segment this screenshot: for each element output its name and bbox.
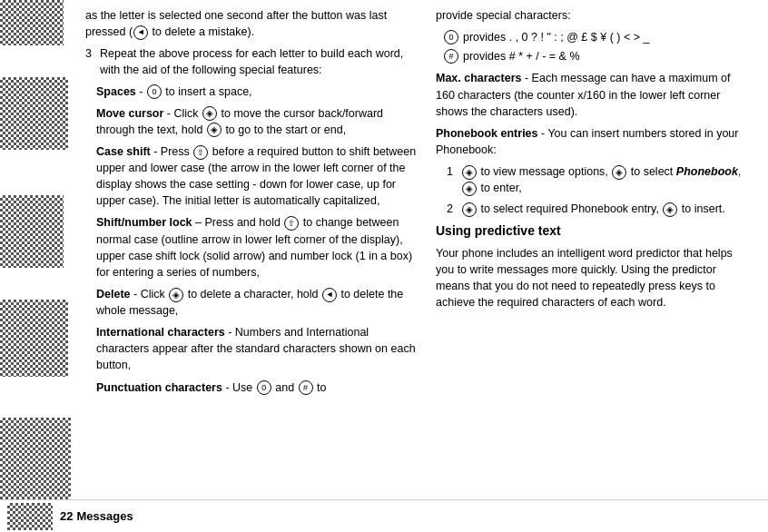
nav-icon-2 — [207, 123, 222, 137]
footer-page-number: 22 — [60, 509, 73, 523]
shift-number-term: Shift/number lock — [96, 216, 192, 229]
delete-hold-icon: ◄ — [322, 288, 337, 302]
move-cursor-desc3: to go to the start or end, — [222, 123, 346, 136]
case-shift-paragraph: Case shift - Press ⇧ before a required b… — [96, 143, 421, 210]
char-line1-desc: provides . , 0 ? ! " : ; @ £ $ ¥ ( ) < >… — [463, 29, 649, 45]
pb-item-1: 1 to view message options, to select Pho… — [447, 163, 744, 196]
special-char-line-1: 0 provides . , 0 ? ! " : ; @ £ $ ¥ ( ) <… — [443, 29, 744, 45]
pb-item2-text1: to select required Phonebook entry, — [478, 202, 662, 215]
pixel-pattern-4 — [0, 300, 68, 377]
left-column: as the letter is selected one second aft… — [85, 7, 421, 525]
punctuation-and: and — [272, 381, 298, 394]
move-cursor-desc: - Click — [163, 107, 202, 120]
case-shift-icon: ⇧ — [193, 145, 208, 160]
footer-pixel-pattern — [7, 503, 53, 530]
pb-nav-icon-3 — [462, 182, 477, 196]
spaces-paragraph: Spaces - 0 to insert a space, — [96, 84, 421, 100]
item-3: 3 Repeat the above process for each lett… — [85, 45, 421, 78]
punctuation-suffix: to — [314, 381, 327, 394]
delete-desc2: to delete a character, hold — [184, 288, 321, 300]
shift-icon: ⇧ — [284, 216, 299, 231]
spaces-desc: to insert a space, — [162, 85, 252, 98]
pb-item1-text3: , — [738, 165, 741, 178]
intro-paragraph: as the letter is selected one second aft… — [85, 7, 421, 40]
item-3-text: Repeat the above process for each letter… — [100, 45, 421, 78]
right-column: provide special characters: 0 provides .… — [436, 7, 744, 525]
max-chars-paragraph: Max. characters - Each message can have … — [436, 70, 744, 119]
pixel-pattern-5 — [0, 418, 71, 499]
char-icon-0: 0 — [444, 30, 458, 44]
punctuation-paragraph: Punctuation characters - Use 0 and # to — [96, 379, 421, 396]
pb-item1-text1: to view message options, — [478, 165, 611, 178]
shift-number-desc: – Press and hold — [192, 216, 284, 229]
item-3-number: 3 — [85, 45, 100, 78]
delete-icon — [169, 288, 183, 302]
delete-desc: - Click — [131, 288, 169, 300]
char-line2-desc: provides # * + / - = & % — [463, 48, 580, 64]
char-icon-hash: # — [444, 49, 458, 64]
shift-number-paragraph: Shift/number lock – Press and hold ⇧ to … — [96, 214, 421, 281]
pixel-pattern-2 — [0, 77, 68, 150]
left-decoration — [0, 0, 82, 532]
delete-arrow-icon: ◄ — [133, 25, 148, 40]
footer: 22 Messages — [0, 499, 768, 532]
intl-chars-paragraph: International characters - Numbers and I… — [96, 324, 421, 373]
pb-item2-text2: to insert. — [678, 202, 724, 215]
pb-item-2: 2 to select required Phonebook entry, to… — [447, 201, 744, 217]
punctuation-term: Punctuation characters — [96, 381, 222, 394]
delete-paragraph: Delete - Click to delete a character, ho… — [96, 286, 421, 319]
pb-item1-num: 1 — [447, 163, 461, 196]
pb-item1-text4: to enter, — [478, 182, 522, 194]
footer-label: Messages — [76, 509, 133, 523]
provide-text: provide special characters: — [436, 7, 744, 24]
delete-term: Delete — [96, 288, 131, 300]
pb-nav-icon-4 — [462, 202, 477, 217]
delete-block: Delete - Click to delete a character, ho… — [96, 286, 421, 319]
nav-icon-1 — [202, 106, 217, 121]
intl-chars-term: International characters — [96, 326, 225, 339]
punctuation-block: Punctuation characters - Use 0 and # to — [96, 379, 421, 396]
case-shift-term: Case shift — [96, 145, 151, 158]
main-content: as the letter is selected one second aft… — [82, 0, 768, 532]
pb-item2-num: 2 — [447, 201, 461, 217]
using-predictive-text: Your phone includes an intelligent word … — [436, 245, 744, 311]
move-cursor-term: Move cursor — [96, 107, 163, 120]
case-shift-desc: - Press — [151, 145, 193, 158]
pb-phonebook-label: Phonebook — [676, 165, 738, 178]
special-char-line-2: # provides # * + / - = & % — [443, 48, 744, 64]
spaces-block: Spaces - 0 to insert a space, — [96, 84, 421, 100]
pixel-pattern-3 — [0, 195, 64, 268]
using-predictive-heading: Using predictive text — [436, 222, 744, 240]
punct-icon-1: 0 — [257, 380, 271, 395]
punct-icon-2: # — [299, 380, 313, 395]
pb-item1-content: to view message options, to select Phone… — [461, 163, 744, 196]
pb-nav-icon-2 — [612, 165, 626, 180]
pb-item1-text2: to select — [627, 165, 676, 178]
pb-nav-icon-5 — [663, 202, 677, 217]
phonebook-term: Phonebook entries — [436, 127, 538, 140]
move-cursor-paragraph: Move cursor - Click to move the cursor b… — [96, 105, 421, 138]
shift-number-block: Shift/number lock – Press and hold ⇧ to … — [96, 214, 421, 281]
pb-item2-content: to select required Phonebook entry, to i… — [461, 201, 744, 217]
intro-suffix: to delete a mistake). — [149, 25, 254, 38]
punctuation-desc: - Use — [222, 381, 256, 394]
intl-chars-block: International characters - Numbers and I… — [96, 324, 421, 373]
case-shift-block: Case shift - Press ⇧ before a required b… — [96, 143, 421, 210]
max-chars-term: Max. characters — [436, 72, 522, 84]
phonebook-paragraph: Phonebook entries - You can insert numbe… — [436, 125, 744, 158]
spaces-term: Spaces — [96, 85, 136, 98]
pixel-pattern-1 — [0, 0, 64, 45]
page-container: as the letter is selected one second aft… — [0, 0, 768, 532]
move-cursor-block: Move cursor - Click to move the cursor b… — [96, 105, 421, 138]
pb-nav-icon-1 — [462, 165, 477, 180]
spaces-icon: 0 — [147, 84, 162, 99]
